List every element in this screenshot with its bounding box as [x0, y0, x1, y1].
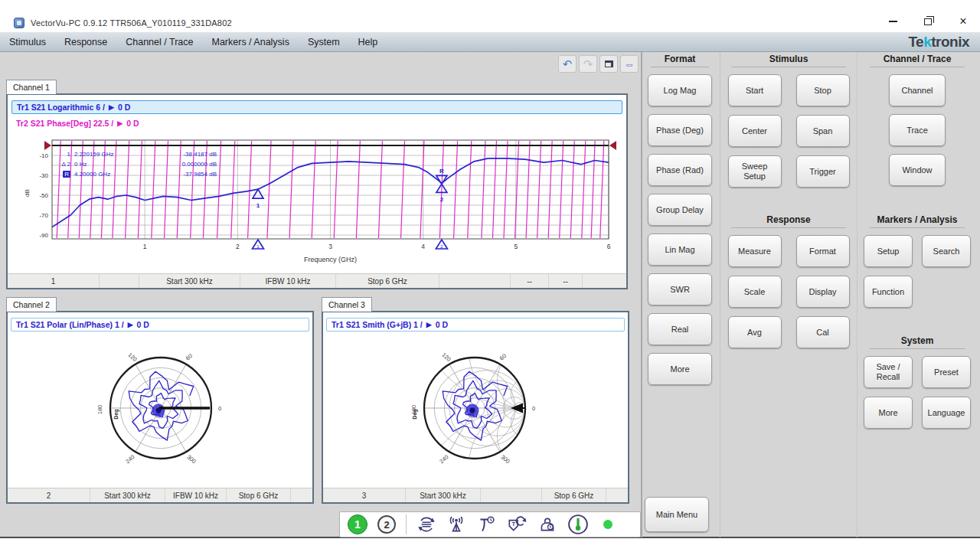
channel1-status-bar: 1 Start 300 kHz IFBW 10 kHz Stop 6 GHz -… — [8, 273, 626, 288]
svg-text:6: 6 — [607, 243, 611, 250]
softkey-channel[interactable]: Channel — [889, 74, 946, 106]
channel2-trace-row[interactable]: Tr1 S21 Polar (Lin/Phase) 1 / ▶ 0 D — [11, 318, 309, 332]
temperature-icon[interactable] — [567, 514, 589, 535]
softkey-phase-deg[interactable]: Phase (Deg) — [648, 114, 712, 146]
softkey-marker-search[interactable]: Search — [922, 235, 971, 267]
softkey-avg[interactable]: Avg — [728, 316, 782, 348]
redo-icon: ↷ — [583, 57, 593, 71]
softkey-log-mag[interactable]: Log Mag — [648, 74, 712, 106]
status-dash: -- — [511, 274, 549, 288]
menu-item-response[interactable]: Response — [55, 32, 116, 52]
status-blank — [100, 274, 139, 288]
logo-te: Te — [908, 34, 923, 50]
svg-text:240: 240 — [124, 453, 136, 465]
softkey-measure[interactable]: Measure — [728, 235, 782, 267]
softkey-format[interactable]: Format — [796, 235, 850, 267]
trace1-suffix: 0 D — [118, 103, 130, 112]
tektronix-logo: Tektronix — [908, 34, 972, 51]
marker1-id: 1 — [51, 149, 70, 159]
markers-analysis-group: Markers / Analysis Setup Search Function — [864, 214, 971, 308]
start-frequency: Start 300 kHz — [139, 274, 240, 288]
softkey-phase-rad[interactable]: Phase (Rad) — [648, 154, 712, 186]
softkey-language[interactable]: Language — [922, 397, 971, 429]
trigger-refresh-icon[interactable]: T — [506, 514, 528, 534]
softkey-lin-mag[interactable]: Lin Mag — [648, 234, 712, 266]
channel3-tab[interactable]: Channel 3 — [322, 297, 372, 312]
svg-text:T: T — [511, 521, 515, 528]
status-blank — [606, 488, 628, 502]
channel1-trace1-row[interactable]: Tr1 S21 Logarithmic 6 / ▶ 0 D — [11, 100, 622, 114]
softkey-display[interactable]: Display — [796, 276, 850, 308]
softkey-cal[interactable]: Cal — [796, 316, 850, 348]
svg-text:-70: -70 — [39, 212, 48, 219]
logo-tronix: tronix — [931, 34, 969, 50]
softkey-center[interactable]: Center — [728, 115, 782, 147]
calibration-time-icon[interactable] — [476, 514, 496, 534]
softkey-stop[interactable]: Stop — [796, 74, 850, 106]
softkey-marker-setup[interactable]: Setup — [864, 235, 913, 267]
port1-indicator[interactable]: 1 — [348, 514, 368, 534]
channel-number: 1 — [8, 274, 100, 288]
marker-ref-value: -37.9854 dB — [157, 169, 217, 179]
channel-trace-group-title: Channel / Trace — [864, 54, 971, 67]
svg-text:Frequency (GHz): Frequency (GHz) — [304, 256, 357, 263]
menu-item-help[interactable]: Help — [349, 32, 387, 52]
rf-antenna-icon[interactable] — [446, 514, 466, 534]
port2-indicator[interactable]: 2 — [377, 515, 396, 534]
close-icon: × — [959, 16, 966, 27]
svg-text:60: 60 — [185, 352, 194, 361]
softkey-real[interactable]: Real — [648, 313, 712, 345]
channel2-polar-plot[interactable]: 060120180240300Deg — [77, 335, 245, 482]
channel3-smith-plot[interactable]: 060120180240300Deg — [390, 335, 559, 482]
window-frame-icon — [605, 60, 613, 67]
system-group-title: System — [864, 335, 971, 348]
response-group-title: Response — [725, 214, 852, 227]
swap-layout-button[interactable]: ⇔ — [620, 55, 639, 73]
softkey-preset[interactable]: Preset — [922, 356, 971, 388]
format-group-title: Format — [645, 54, 715, 67]
softkey-start[interactable]: Start — [728, 74, 782, 106]
softkey-group-delay[interactable]: Group Delay — [648, 194, 712, 226]
close-button[interactable]: × — [957, 15, 969, 28]
maximize-window-button[interactable] — [599, 55, 618, 73]
app-icon — [14, 18, 24, 28]
menu-item-channel-trace[interactable]: Channel / Trace — [116, 32, 202, 52]
softkey-trigger[interactable]: Trigger — [796, 155, 850, 188]
softkey-trace[interactable]: Trace — [889, 114, 946, 146]
softkey-save-recall[interactable]: Save / Recall — [864, 356, 913, 388]
instrument-status-bar: 1 2 T — [339, 511, 641, 537]
trace2-suffix: 0 D — [126, 119, 139, 128]
marker2-freq: 0 Hz — [74, 159, 157, 169]
restore-button[interactable] — [922, 15, 934, 28]
stimulus-group-title: Stimulus — [725, 54, 852, 67]
minimize-button[interactable] — [887, 15, 899, 28]
softkey-more-system[interactable]: More — [864, 397, 913, 429]
channel1-tab[interactable]: Channel 1 — [6, 80, 57, 94]
menu-item-stimulus[interactable]: Stimulus — [8, 32, 55, 52]
menu-item-system[interactable]: System — [299, 32, 349, 52]
channel3-trace-row[interactable]: Tr1 S21 Smith (G+jB) 1 / ▶ 0 D — [326, 318, 625, 332]
softkey-span[interactable]: Span — [796, 115, 850, 147]
channel2-tab[interactable]: Channel 2 — [6, 297, 57, 312]
softkey-swr[interactable]: SWR — [648, 273, 712, 305]
softkey-sweep-setup[interactable]: Sweep Setup — [728, 155, 782, 188]
system-group: System Save / Recall Preset More Languag… — [864, 335, 971, 429]
channel2-status-bar: 2 Start 300 kHz IFBW 10 kHz Stop 6 GHz — [8, 488, 312, 502]
softkey-scale[interactable]: Scale — [728, 276, 782, 308]
sync-icon[interactable] — [416, 514, 436, 534]
marker-ref-id: R — [63, 171, 70, 178]
ch2-trace-suffix: 0 D — [137, 320, 149, 329]
swap-arrows-icon: ⇔ — [624, 57, 635, 70]
menu-item-markers-analysis[interactable]: Markers / Analysis — [202, 32, 298, 52]
channel1-trace2-row[interactable]: Tr2 S21 Phase[Deg] 22.5 / ▶ 0 D — [11, 116, 333, 130]
undo-button[interactable]: ↶ — [558, 55, 577, 73]
svg-text:Deg: Deg — [113, 409, 119, 419]
marker-ref-freq: 4.20000 GHz — [74, 169, 157, 179]
softkey-more-format[interactable]: More — [648, 353, 712, 385]
save-schedule-icon[interactable] — [537, 514, 557, 534]
format-group: Format Log Mag Phase (Deg) Phase (Rad) G… — [645, 54, 715, 385]
redo-button[interactable]: ↷ — [579, 55, 597, 73]
softkey-window[interactable]: Window — [889, 154, 946, 186]
main-menu-button[interactable]: Main Menu — [645, 497, 709, 532]
softkey-marker-function[interactable]: Function — [864, 276, 913, 308]
